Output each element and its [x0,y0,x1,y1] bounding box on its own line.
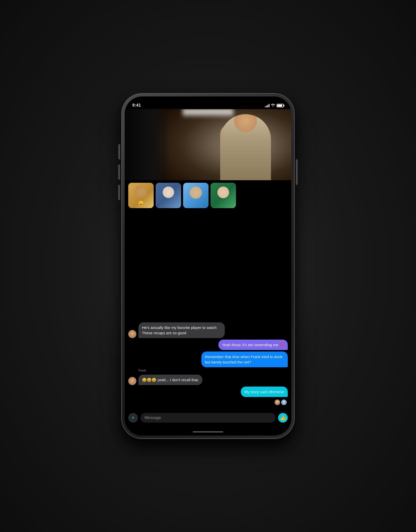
story-thumbnails-row [125,180,291,211]
plus-icon: + [132,414,135,421]
message-bubble-received-1: He's actually like my favorite player to… [138,322,225,338]
phone-screen: 9:41 [125,96,291,436]
message-input[interactable]: Message [140,413,276,423]
message-placeholder: Message [145,415,161,420]
phone-device: 9:41 [122,93,294,439]
story-thumb-2[interactable] [156,183,181,208]
message-bubble-sent-2: Yeah those 3's are seeending me 💯 [218,340,288,350]
sender-name-frank: Frank [138,369,288,372]
table-row: My story said otherwise [128,387,288,397]
story-thumb-4[interactable] [211,183,236,208]
table-row: He's actually like my favorite player to… [128,322,288,338]
message-bubble-sent-3: Remember that time when Frank tried to d… [201,352,288,367]
seen-receipts [128,400,288,405]
table-row: 😄😄😄 yeah... I don't recall that. [128,375,288,385]
seen-avatar-2 [281,400,287,405]
message-bubble-sent-5: My story said otherwise [241,387,288,397]
avatar-frank [128,377,136,385]
message-bubble-received-4: 😄😄😄 yeah... I don't recall that. [138,375,202,385]
thumbsup-button[interactable]: 👍 [278,413,288,423]
story-thumb-3[interactable] [183,183,209,208]
status-icons [265,104,284,108]
add-button[interactable]: + [128,413,138,423]
status-time: 9:41 [132,103,141,108]
wifi-icon [271,104,275,108]
home-indicator [125,428,291,436]
thumbsup-icon: 👍 [280,415,286,421]
notch [180,96,236,105]
seen-avatar-1 [275,400,280,405]
chat-screen: He's actually like my favorite player to… [125,109,291,436]
input-bar: + Message 👍 [125,408,291,428]
battery-icon [277,104,284,107]
home-bar [193,431,223,433]
story-thumb-1[interactable] [128,183,154,208]
avatar [128,330,136,338]
table-row: Yeah those 3's are seeending me 💯 [128,340,288,350]
signal-icon [265,104,269,107]
messages-area: He's actually like my favorite player to… [125,211,291,408]
hero-image [125,109,291,180]
table-row: Remember that time when Frank tried to d… [128,352,288,367]
